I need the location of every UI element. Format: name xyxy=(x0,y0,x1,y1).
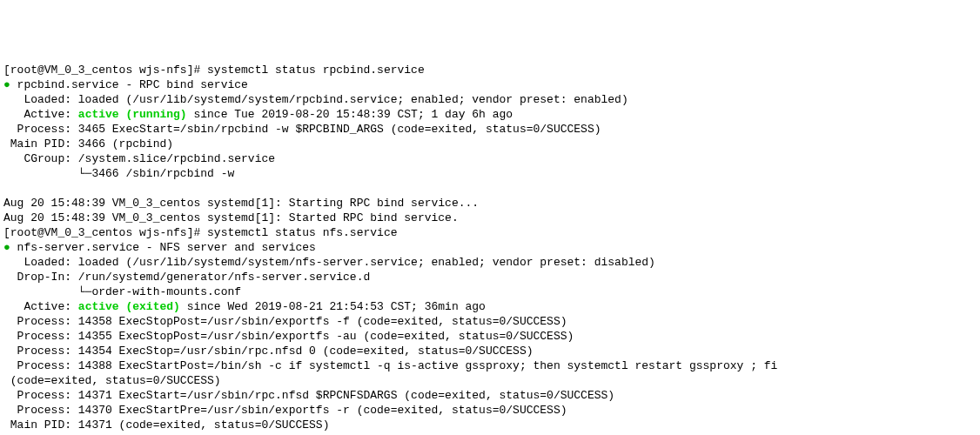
terminal-line: Process: 14371 ExecStart=/usr/sbin/rpc.n… xyxy=(3,388,977,403)
terminal-text: Drop-In: /run/systemd/generator/nfs-serv… xyxy=(3,271,370,284)
terminal-line: (code=exited, status=0/SUCCESS) xyxy=(3,373,977,388)
terminal-line: └─order-with-mounts.conf xyxy=(3,284,977,299)
terminal-line: Process: 3465 ExecStart=/sbin/rpcbind -w… xyxy=(3,122,977,137)
terminal-text: CGroup: /system.slice/rpcbind.service xyxy=(3,152,275,165)
terminal-line: Aug 20 15:48:39 VM_0_3_centos systemd[1]… xyxy=(3,211,977,225)
terminal-output: [root@VM_0_3_centos wjs-nfs]# systemctl … xyxy=(3,63,977,435)
terminal-text: since Wed 2019-08-21 21:54:53 CST; 36min… xyxy=(180,300,486,313)
terminal-text: Loaded: loaded (/usr/lib/systemd/system/… xyxy=(3,93,628,106)
terminal-line: ● rpcbind.service - RPC bind service xyxy=(3,77,977,92)
terminal-text: rpcbind.service - RPC bind service xyxy=(10,78,248,91)
terminal-text: Process: 14371 ExecStart=/usr/sbin/rpc.n… xyxy=(3,389,614,402)
terminal-text: Process: 3465 ExecStart=/sbin/rpcbind -w… xyxy=(3,123,601,136)
terminal-line: [root@VM_0_3_centos wjs-nfs]# systemctl … xyxy=(3,225,977,240)
terminal-text: └─3466 /sbin/rpcbind -w xyxy=(3,167,234,180)
terminal-text: ● xyxy=(3,78,10,91)
terminal-line: [root@VM_0_3_centos wjs-nfs]# systemctl … xyxy=(3,63,977,77)
terminal-text: systemctl status rpcbind.service xyxy=(207,64,425,77)
terminal-text: Aug 20 15:48:39 VM_0_3_centos systemd[1]… xyxy=(3,211,459,224)
terminal-text: Process: 14370 ExecStartPre=/usr/sbin/ex… xyxy=(3,404,567,417)
terminal-line: Active: active (running) since Tue 2019-… xyxy=(3,107,977,122)
terminal-text: Process: 14358 ExecStopPost=/usr/sbin/ex… xyxy=(3,315,567,328)
terminal-text: Main PID: 3466 (rpcbind) xyxy=(3,137,173,151)
terminal-line: Process: 14355 ExecStopPost=/usr/sbin/ex… xyxy=(3,329,977,344)
terminal-text: Active: xyxy=(3,300,78,313)
terminal-text: active (exited) xyxy=(78,300,180,313)
terminal-text: Process: 14355 ExecStopPost=/usr/sbin/ex… xyxy=(3,330,574,343)
terminal-text: active (running) xyxy=(78,108,187,121)
terminal-line: ● nfs-server.service - NFS server and se… xyxy=(3,240,977,255)
terminal-text: └─order-with-mounts.conf xyxy=(3,285,241,298)
terminal-text: [root@VM_0_3_centos wjs-nfs]# xyxy=(3,226,207,239)
terminal-text: Process: 14354 ExecStop=/usr/sbin/rpc.nf… xyxy=(3,345,534,358)
terminal-line: Process: 14354 ExecStop=/usr/sbin/rpc.nf… xyxy=(3,344,977,358)
terminal-text: ● xyxy=(3,241,10,254)
terminal-text: Active: xyxy=(3,108,78,121)
terminal-line: Process: 14358 ExecStopPost=/usr/sbin/ex… xyxy=(3,314,977,329)
terminal-text: Loaded: loaded (/usr/lib/systemd/system/… xyxy=(3,256,655,269)
terminal-line: Process: 14388 ExecStartPost=/bin/sh -c … xyxy=(3,358,977,373)
terminal-line: └─3466 /sbin/rpcbind -w xyxy=(3,166,977,181)
terminal-line xyxy=(3,181,977,196)
terminal-line: CGroup: /system.slice/rpcbind.service xyxy=(3,151,977,166)
terminal-text: Main PID: 14371 (code=exited, status=0/S… xyxy=(3,418,329,432)
terminal-text: nfs-server.service - NFS server and serv… xyxy=(10,241,316,254)
terminal-text: [root@VM_0_3_centos wjs-nfs]# xyxy=(3,64,207,77)
terminal-line: Drop-In: /run/systemd/generator/nfs-serv… xyxy=(3,270,977,284)
terminal-text: Aug 20 15:48:39 VM_0_3_centos systemd[1]… xyxy=(3,197,479,210)
terminal-text: systemctl status nfs.service xyxy=(207,226,397,239)
terminal-line: Loaded: loaded (/usr/lib/systemd/system/… xyxy=(3,255,977,270)
terminal-line: Main PID: 14371 (code=exited, status=0/S… xyxy=(3,418,977,432)
terminal-line: Main PID: 3466 (rpcbind) xyxy=(3,137,977,151)
terminal-line: Active: active (exited) since Wed 2019-0… xyxy=(3,299,977,314)
terminal-line: Aug 20 15:48:39 VM_0_3_centos systemd[1]… xyxy=(3,196,977,211)
terminal-text xyxy=(3,182,10,195)
terminal-text: Process: 14388 ExecStartPost=/bin/sh -c … xyxy=(3,359,777,372)
terminal-text: since Tue 2019-08-20 15:48:39 CST; 1 day… xyxy=(187,108,513,121)
terminal-line: Process: 14370 ExecStartPre=/usr/sbin/ex… xyxy=(3,403,977,418)
terminal-text: (code=exited, status=0/SUCCESS) xyxy=(3,374,221,387)
terminal-line: Loaded: loaded (/usr/lib/systemd/system/… xyxy=(3,92,977,107)
